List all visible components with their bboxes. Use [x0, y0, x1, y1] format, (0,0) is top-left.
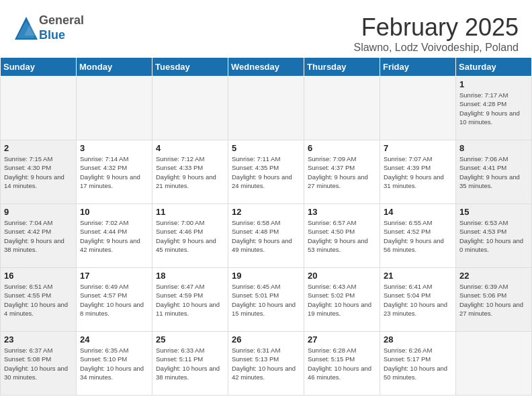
day-info: Sunrise: 6:45 AM Sunset: 5:01 PM Dayligh… [232, 282, 300, 318]
day-info: Sunrise: 6:37 AM Sunset: 5:08 PM Dayligh… [4, 346, 73, 381]
calendar-cell: 8Sunrise: 7:06 AM Sunset: 4:41 PM Daylig… [456, 140, 532, 204]
day-info: Sunrise: 7:00 AM Sunset: 4:46 PM Dayligh… [156, 218, 224, 254]
day-info: Sunrise: 7:17 AM Sunset: 4:28 PM Dayligh… [459, 91, 528, 126]
calendar-cell [152, 77, 228, 140]
calendar-cell: 4Sunrise: 7:12 AM Sunset: 4:33 PM Daylig… [152, 140, 228, 204]
month-title: February 2025 [353, 13, 519, 42]
day-info: Sunrise: 6:39 AM Sunset: 5:06 PM Dayligh… [459, 282, 528, 318]
calendar-cell: 3Sunrise: 7:14 AM Sunset: 4:32 PM Daylig… [77, 140, 152, 204]
day-info: Sunrise: 6:55 AM Sunset: 4:52 PM Dayligh… [384, 218, 452, 254]
day-number: 24 [80, 334, 148, 345]
day-number: 14 [384, 207, 452, 217]
title-block: February 2025 Slawno, Lodz Voivodeship, … [353, 13, 519, 54]
day-info: Sunrise: 7:12 AM Sunset: 4:33 PM Dayligh… [156, 154, 224, 190]
day-number: 16 [4, 271, 73, 281]
header: General Blue February 2025 Slawno, Lodz … [0, 0, 532, 57]
calendar-cell: 15Sunrise: 6:53 AM Sunset: 4:53 PM Dayli… [456, 204, 532, 268]
calendar-cell: 6Sunrise: 7:09 AM Sunset: 4:37 PM Daylig… [304, 140, 380, 204]
day-info: Sunrise: 6:33 AM Sunset: 5:11 PM Dayligh… [156, 346, 224, 381]
day-number: 26 [232, 334, 300, 345]
calendar-cell: 18Sunrise: 6:47 AM Sunset: 4:59 PM Dayli… [152, 268, 228, 332]
day-info: Sunrise: 6:51 AM Sunset: 4:55 PM Dayligh… [4, 282, 73, 318]
calendar-cell [77, 77, 152, 140]
day-info: Sunrise: 6:31 AM Sunset: 5:13 PM Dayligh… [232, 346, 300, 381]
day-info: Sunrise: 7:11 AM Sunset: 4:35 PM Dayligh… [232, 154, 300, 190]
day-number: 4 [156, 143, 224, 153]
day-info: Sunrise: 6:49 AM Sunset: 4:57 PM Dayligh… [80, 282, 148, 318]
calendar-cell: 7Sunrise: 7:07 AM Sunset: 4:39 PM Daylig… [380, 140, 456, 204]
day-info: Sunrise: 7:15 AM Sunset: 4:30 PM Dayligh… [4, 154, 73, 190]
day-number: 13 [308, 207, 376, 217]
day-info: Sunrise: 6:26 AM Sunset: 5:17 PM Dayligh… [384, 346, 452, 381]
calendar-cell: 10Sunrise: 7:02 AM Sunset: 4:44 PM Dayli… [77, 204, 152, 268]
calendar-cell [228, 77, 304, 140]
day-number: 3 [80, 143, 148, 153]
day-number: 20 [308, 271, 376, 281]
logo-icon [13, 15, 39, 41]
location-subtitle: Slawno, Lodz Voivodeship, Poland [353, 42, 519, 54]
calendar-cell: 28Sunrise: 6:26 AM Sunset: 5:17 PM Dayli… [380, 332, 456, 396]
day-info: Sunrise: 6:41 AM Sunset: 5:04 PM Dayligh… [384, 282, 452, 318]
calendar-cell: 2Sunrise: 7:15 AM Sunset: 4:30 PM Daylig… [1, 140, 77, 204]
col-header-sunday: Sunday [1, 58, 77, 77]
calendar-cell: 1Sunrise: 7:17 AM Sunset: 4:28 PM Daylig… [456, 77, 532, 140]
calendar-cell: 16Sunrise: 6:51 AM Sunset: 4:55 PM Dayli… [1, 268, 77, 332]
col-header-friday: Friday [380, 58, 456, 77]
col-header-monday: Monday [77, 58, 152, 77]
day-number: 18 [156, 271, 224, 281]
day-number: 1 [459, 79, 528, 89]
day-info: Sunrise: 6:28 AM Sunset: 5:15 PM Dayligh… [308, 346, 376, 381]
calendar-cell: 27Sunrise: 6:28 AM Sunset: 5:15 PM Dayli… [304, 332, 380, 396]
day-info: Sunrise: 6:35 AM Sunset: 5:10 PM Dayligh… [80, 346, 148, 381]
calendar-cell: 22Sunrise: 6:39 AM Sunset: 5:06 PM Dayli… [456, 268, 532, 332]
day-number: 6 [308, 143, 376, 153]
day-info: Sunrise: 7:07 AM Sunset: 4:39 PM Dayligh… [384, 154, 452, 190]
day-number: 2 [4, 143, 73, 153]
day-info: Sunrise: 6:58 AM Sunset: 4:48 PM Dayligh… [232, 218, 300, 254]
calendar-cell: 12Sunrise: 6:58 AM Sunset: 4:48 PM Dayli… [228, 204, 304, 268]
calendar-cell: 17Sunrise: 6:49 AM Sunset: 4:57 PM Dayli… [77, 268, 152, 332]
day-number: 21 [384, 271, 452, 281]
day-info: Sunrise: 7:04 AM Sunset: 4:42 PM Dayligh… [4, 218, 73, 254]
day-number: 19 [232, 271, 300, 281]
calendar-cell [304, 77, 380, 140]
calendar-cell: 19Sunrise: 6:45 AM Sunset: 5:01 PM Dayli… [228, 268, 304, 332]
day-number: 7 [384, 143, 452, 153]
day-number: 9 [4, 207, 73, 217]
calendar-cell: 13Sunrise: 6:57 AM Sunset: 4:50 PM Dayli… [304, 204, 380, 268]
col-header-saturday: Saturday [456, 58, 532, 77]
day-number: 28 [384, 334, 452, 345]
day-info: Sunrise: 7:06 AM Sunset: 4:41 PM Dayligh… [459, 154, 528, 190]
calendar-cell: 25Sunrise: 6:33 AM Sunset: 5:11 PM Dayli… [152, 332, 228, 396]
logo-blue-text: Blue [39, 28, 65, 42]
col-header-wednesday: Wednesday [228, 58, 304, 77]
calendar-cell: 20Sunrise: 6:43 AM Sunset: 5:02 PM Dayli… [304, 268, 380, 332]
calendar: SundayMondayTuesdayWednesdayThursdayFrid… [0, 57, 532, 396]
col-header-tuesday: Tuesday [152, 58, 228, 77]
calendar-cell [456, 332, 532, 396]
day-info: Sunrise: 6:47 AM Sunset: 4:59 PM Dayligh… [156, 282, 224, 318]
day-number: 8 [459, 143, 528, 153]
calendar-cell [380, 77, 456, 140]
calendar-cell: 9Sunrise: 7:04 AM Sunset: 4:42 PM Daylig… [1, 204, 77, 268]
logo: General Blue [13, 13, 84, 42]
day-info: Sunrise: 6:53 AM Sunset: 4:53 PM Dayligh… [459, 218, 528, 254]
calendar-cell: 11Sunrise: 7:00 AM Sunset: 4:46 PM Dayli… [152, 204, 228, 268]
col-header-thursday: Thursday [304, 58, 380, 77]
calendar-cell: 5Sunrise: 7:11 AM Sunset: 4:35 PM Daylig… [228, 140, 304, 204]
day-number: 5 [232, 143, 300, 153]
day-info: Sunrise: 7:09 AM Sunset: 4:37 PM Dayligh… [308, 154, 376, 190]
day-number: 10 [80, 207, 148, 217]
day-number: 15 [459, 207, 528, 217]
day-number: 27 [308, 334, 376, 345]
day-number: 11 [156, 207, 224, 217]
calendar-cell: 21Sunrise: 6:41 AM Sunset: 5:04 PM Dayli… [380, 268, 456, 332]
day-number: 12 [232, 207, 300, 217]
day-info: Sunrise: 7:02 AM Sunset: 4:44 PM Dayligh… [80, 218, 148, 254]
day-number: 17 [80, 271, 148, 281]
logo-general-text: General [39, 13, 84, 27]
day-info: Sunrise: 6:57 AM Sunset: 4:50 PM Dayligh… [308, 218, 376, 254]
day-number: 22 [459, 271, 528, 281]
day-number: 23 [4, 334, 73, 345]
calendar-cell: 24Sunrise: 6:35 AM Sunset: 5:10 PM Dayli… [77, 332, 152, 396]
